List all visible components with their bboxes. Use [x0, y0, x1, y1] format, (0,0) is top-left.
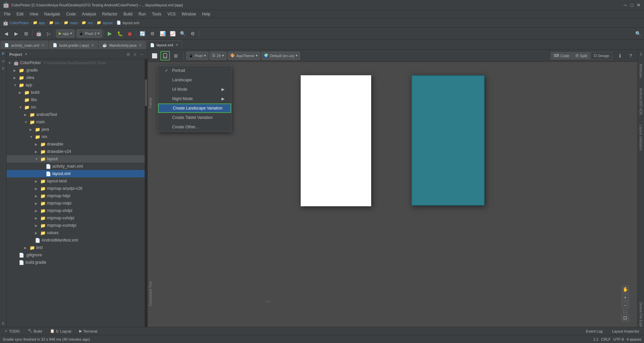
menu-tools[interactable]: Tools [149, 11, 164, 17]
tree-item-src[interactable]: ▼ 📁 src [7, 103, 147, 111]
breadcrumb-res[interactable]: res [88, 21, 93, 25]
tab-close-1[interactable]: ✕ [41, 43, 45, 48]
tree-item-gitignore[interactable]: 📄 .gitignore [7, 251, 147, 259]
tab-build-gradle[interactable]: 📄 build.gradle (:app) ✕ [49, 41, 98, 49]
tree-item-mipmap-hdpi[interactable]: ▶ 📁 mipmap-hdpi [7, 192, 147, 200]
right-info-icon[interactable]: ℹ [638, 51, 644, 57]
tab-activity-main[interactable]: 📄 activity_main.xml ✕ [1, 41, 48, 49]
tab-close-4[interactable]: ✕ [175, 43, 179, 47]
tab-close-2[interactable]: ✕ [91, 43, 94, 48]
menu-build[interactable]: Build [121, 11, 135, 17]
resource-manager-icon[interactable]: R [2, 65, 4, 72]
zoom-ratio-label[interactable]: 1:1 [623, 310, 628, 313]
component-tree-toggle[interactable]: ⊞ [171, 51, 181, 60]
layout-inspector-tab[interactable]: Layout Inspector [609, 328, 643, 335]
line-ending-status[interactable]: CRLF [601, 337, 611, 341]
tree-item-mipmap-xxhdpi[interactable]: ▶ 📁 mipmap-xxhdpi [7, 214, 147, 222]
close-button[interactable]: ✕ [636, 2, 641, 8]
menu-run[interactable]: Run [136, 11, 149, 17]
tree-scrollbar[interactable] [145, 59, 147, 335]
tree-item-idea[interactable]: ▶ 📁 .idea [7, 74, 147, 81]
menu-ui-mode[interactable]: UI Mode ▶ [158, 85, 231, 94]
tree-item-activity-main[interactable]: 📄 activity_main.xml [7, 163, 147, 170]
minimize-button[interactable]: ─ [623, 2, 628, 8]
tree-item-app[interactable]: ▼ 📁 app [7, 81, 147, 89]
back-button[interactable]: ◀ [1, 29, 11, 38]
tree-item-gradle[interactable]: ▶ 📁 .gradle [7, 67, 147, 74]
menu-window[interactable]: Window [179, 11, 199, 17]
android-wifi-vertical-label[interactable]: Android WiFi ADB [638, 87, 643, 116]
build-variants-icon[interactable]: B [2, 320, 4, 327]
recent-files-button[interactable]: ⊞ [21, 29, 31, 38]
menu-analyze[interactable]: Analyze [79, 11, 99, 17]
tree-item-drawable-v24[interactable]: ▶ 📁 drawable-v24 [7, 148, 147, 155]
info-button[interactable]: ℹ [615, 51, 625, 60]
zoom-status[interactable]: 1:1 [593, 337, 598, 341]
tree-item-values[interactable]: ▶ 📁 values [7, 229, 147, 237]
breadcrumb-layout[interactable]: layout [103, 21, 112, 25]
breadcrumb-app[interactable]: app [39, 21, 45, 25]
menu-vcs[interactable]: VCS [165, 11, 179, 17]
menu-file[interactable]: File [1, 11, 13, 17]
palette-vertical-label[interactable]: Palette [148, 95, 153, 110]
tree-item-buildgradle[interactable]: 📄 build.gradle [7, 259, 147, 266]
menu-edit[interactable]: Edit [14, 11, 26, 17]
hand-cursor-icon[interactable]: ✋ [622, 286, 629, 293]
tree-item-androidtest[interactable]: ▶ 📁 androidTest [7, 111, 147, 118]
tree-item-layout-xml[interactable]: 📄 layout.xml [7, 170, 147, 177]
android-device-manager[interactable]: 🤖 [34, 29, 43, 38]
tree-item-mipmap-xhdpi[interactable]: ▶ 📁 mipmap-xhdpi [7, 207, 147, 214]
stop-button[interactable]: ◼ [125, 29, 135, 38]
menu-navigate[interactable]: Navigate [42, 11, 63, 17]
forward-button[interactable]: ▶ [11, 29, 21, 38]
terminal-tab[interactable]: ▶ Terminal [76, 328, 101, 335]
tab-layout-xml[interactable]: 📄 layout.xml ✕ [146, 41, 183, 49]
tree-item-build[interactable]: ▶ 📁 build [7, 89, 147, 96]
gear-icon[interactable]: ⚙ [125, 51, 131, 57]
tree-item-mipmap-mdpi[interactable]: ▶ 📁 mipmap-mdpi [7, 200, 147, 207]
tab-mainactivity[interactable]: ☕ MainActivity.java ✕ [99, 41, 145, 49]
device-dropdown[interactable]: 📱 Pixel 2 ▾ [77, 30, 102, 38]
theme-dropdown[interactable]: 🎨 AppTheme ▾ [228, 52, 260, 60]
design-view-button[interactable]: ⊡ Design [591, 52, 612, 59]
menu-help[interactable]: Help [199, 11, 213, 17]
menu-refactor[interactable]: Refactor [100, 11, 120, 17]
collapse-icon[interactable]: ─ [139, 51, 145, 57]
tree-item-drawable[interactable]: ▶ 📁 drawable [7, 140, 147, 148]
tree-item-main[interactable]: ▼ 📁 main [7, 118, 147, 126]
menu-landscape[interactable]: Landscape [158, 75, 231, 85]
pixel-dropdown[interactable]: 📱 Pixel ▾ [186, 52, 208, 60]
run-button[interactable]: ▶ [105, 29, 114, 38]
search-button[interactable]: 🔍 [633, 29, 643, 38]
menu-create-other[interactable]: Create Other... [158, 122, 231, 132]
logcat-tab[interactable]: 📋 6: Logcat [47, 328, 75, 335]
split-view-button[interactable]: ⊟ Split [573, 52, 590, 59]
tree-item-res[interactable]: ▼ 📁 res [7, 133, 147, 140]
encoding-status[interactable]: UTF-8 [613, 337, 624, 341]
avd-manager[interactable]: ▷ [44, 29, 53, 38]
debug-button[interactable]: 🐛 [115, 29, 125, 38]
tree-item-mipmap-anydpi[interactable]: ▶ 📁 mipmap-anydpi-v26 [7, 185, 147, 192]
settings-button[interactable]: ⚙ [188, 29, 197, 38]
project-dropdown-icon[interactable]: ▾ [25, 52, 27, 56]
tree-item-androidmanifest[interactable]: 📄 AndroidManifest.xml [7, 237, 147, 244]
menu-portrait[interactable]: ✓ Portrait [158, 66, 231, 75]
profile-button[interactable]: 📈 [168, 29, 177, 38]
breadcrumb-src[interactable]: src [55, 21, 60, 25]
tree-item-layout-land[interactable]: ▶ 📁 layout-land [7, 177, 147, 185]
zoom-in-button[interactable]: + [622, 294, 629, 301]
maximize-button[interactable]: □ [629, 2, 635, 8]
menu-create-tablet[interactable]: Create Tablet Variation [158, 113, 231, 122]
app-dropdown[interactable]: ▶ app ▾ [56, 30, 75, 38]
filter-icon[interactable]: ≡ [132, 51, 138, 57]
code-view-button[interactable]: ⌨ Code [551, 52, 572, 59]
tree-item-mipmap-xxxhdpi[interactable]: ▶ 📁 mipmap-xxxhdpi [7, 222, 147, 229]
tree-item-libs[interactable]: 📁 libs [7, 96, 147, 103]
breadcrumb-main[interactable]: main [70, 21, 78, 25]
todo-tab[interactable]: ✓ TODO [1, 328, 23, 335]
analyze-button[interactable]: 🔍 [178, 29, 187, 38]
help-button[interactable]: ? [626, 51, 635, 60]
indent-status[interactable]: 4 spaces [627, 337, 641, 341]
zoom-out-button[interactable]: − [622, 302, 629, 309]
tree-item-colorpicker[interactable]: ▼ 🤖 ColorPicker C:\Users\Amiya Rout\Desk… [7, 59, 147, 67]
